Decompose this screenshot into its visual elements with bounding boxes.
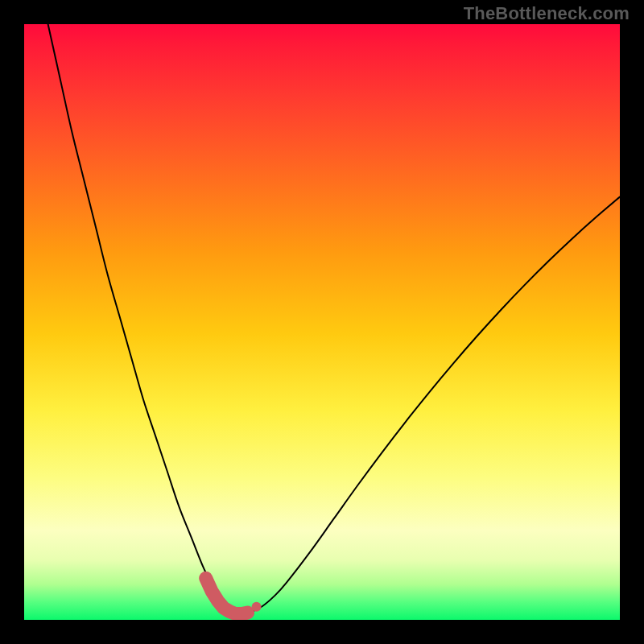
highlight-markers — [24, 24, 620, 620]
watermark-text: TheBottleneck.com — [464, 3, 630, 24]
svg-point-0 — [252, 602, 262, 612]
chart-frame: TheBottleneck.com — [0, 0, 644, 644]
plot-area — [24, 24, 620, 620]
